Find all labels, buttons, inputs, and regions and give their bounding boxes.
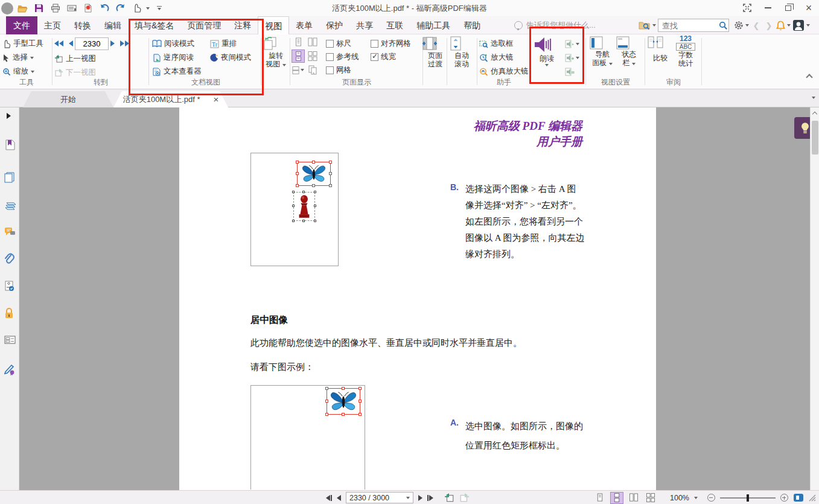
page-transition-button[interactable]: 页面 过渡 — [422, 36, 448, 68]
read-mode-button[interactable]: 阅读模式 — [152, 37, 202, 51]
undo-button[interactable] — [97, 2, 111, 15]
snap-to-grid-checkbox-row[interactable]: 对齐网格 — [371, 37, 411, 50]
account-dropdown-icon[interactable] — [806, 24, 810, 27]
ruler-checkbox[interactable] — [326, 40, 334, 48]
tab-home[interactable]: 主页 — [37, 16, 68, 34]
fields-panel-icon[interactable] — [4, 334, 16, 346]
status-single-page-button[interactable] — [594, 493, 606, 503]
grid-checkbox[interactable] — [326, 66, 334, 74]
tab-accessibility[interactable]: 辅助工具 — [410, 16, 457, 34]
last-page-button[interactable] — [120, 40, 129, 46]
navigation-panels-button[interactable]: 导航 面板 — [589, 36, 616, 67]
continuous-view-button[interactable] — [292, 50, 304, 62]
minimize-button[interactable] — [757, 0, 778, 16]
close-button[interactable]: × — [798, 0, 819, 16]
page-through-view-button[interactable] — [307, 64, 319, 76]
read-from-current-button[interactable] — [565, 51, 579, 65]
split-view-button[interactable] — [292, 64, 304, 76]
hand-tool-dropdown-arrow-icon[interactable] — [146, 7, 150, 10]
email-button[interactable] — [65, 2, 78, 15]
grid-checkbox-row[interactable]: 网格 — [326, 63, 359, 77]
status-first-page-button[interactable] — [326, 495, 332, 501]
open-file-button[interactable] — [16, 2, 30, 15]
page-number-input[interactable] — [75, 37, 109, 50]
zoom-slider-handle[interactable] — [747, 494, 749, 502]
pdf-page[interactable]: 福昕高级 PDF 编辑器 用户手册 — [179, 107, 656, 490]
fit-page-button[interactable] — [793, 493, 804, 502]
line-weights-checkbox[interactable] — [371, 53, 378, 61]
expand-panel-arrow-icon[interactable] — [6, 112, 18, 124]
status-last-page-button[interactable] — [427, 495, 433, 501]
layers-panel-icon[interactable] — [4, 199, 16, 211]
tab-convert[interactable]: 转换 — [68, 16, 98, 34]
read-page-dropdown-icon[interactable] — [576, 43, 579, 45]
customize-quick-access-button[interactable] — [152, 2, 166, 15]
fullscreen-button[interactable] — [737, 0, 757, 16]
hand-tool-quick-button[interactable] — [130, 2, 144, 15]
zoom-tool-button[interactable]: 缩放 — [2, 65, 51, 78]
status-bar-button[interactable]: 状态 栏 — [616, 36, 642, 67]
read-current-page-button[interactable] — [565, 37, 579, 51]
status-page-selector[interactable]: 2330 / 3000 — [346, 492, 413, 503]
ruler-checkbox-row[interactable]: 标尺 — [326, 37, 359, 50]
digital-signatures-panel-icon[interactable] — [4, 280, 16, 292]
reflow-button[interactable]: Tr 重排 — [210, 37, 251, 51]
tab-organize[interactable]: 页面管理 — [180, 16, 228, 34]
back-button[interactable]: ❮ — [751, 21, 762, 30]
zoom-out-button[interactable] — [707, 494, 715, 502]
status-next-view-button[interactable] — [459, 493, 470, 502]
status-previous-page-button[interactable] — [337, 495, 341, 501]
resize-grip[interactable] — [809, 494, 816, 502]
tab-fill-sign[interactable]: 填与&签名 — [128, 16, 180, 34]
tab-protect[interactable]: 保护 — [319, 16, 349, 34]
guides-checkbox[interactable] — [326, 53, 334, 61]
pages-panel-icon[interactable] — [4, 171, 16, 183]
smart-assistant-bulb-button[interactable] — [794, 117, 810, 139]
settings-gear-icon[interactable] — [734, 21, 744, 30]
forward-button[interactable]: ❯ — [763, 21, 774, 30]
vertical-scrollbar[interactable] — [810, 107, 819, 490]
selected-pawn-image[interactable] — [293, 192, 315, 221]
status-facing-button[interactable] — [628, 493, 640, 503]
reverse-view-button[interactable]: 逆序阅读 — [152, 51, 202, 65]
tab-view[interactable]: 视图 — [258, 16, 289, 34]
status-continuous-facing-button[interactable] — [645, 493, 657, 503]
scrollbar-thumb[interactable] — [812, 121, 818, 155]
single-page-view-button[interactable] — [292, 36, 304, 48]
search-icon[interactable] — [719, 21, 727, 30]
status-next-page-button[interactable] — [418, 495, 422, 501]
doc-tab-start[interactable]: 开始 — [23, 91, 113, 107]
tab-file[interactable]: 文件 — [6, 16, 37, 34]
tab-help[interactable]: 帮助 — [457, 16, 487, 34]
loupe-button[interactable]: 仿真放大镜 — [479, 65, 529, 78]
notification-dropdown-icon[interactable] — [787, 24, 791, 27]
status-previous-view-button[interactable] — [444, 493, 454, 502]
text-viewer-button[interactable]: 文本查看器 — [152, 65, 202, 78]
notification-bell-icon[interactable] — [776, 21, 785, 31]
previous-view-button[interactable]: 上一视图 — [54, 52, 147, 66]
status-continuous-button[interactable] — [611, 493, 623, 503]
selected-butterfly-image-2[interactable] — [327, 388, 360, 415]
read-aloud-button[interactable]: 朗读 — [532, 35, 561, 66]
previous-page-button[interactable] — [69, 40, 73, 46]
new-document-button[interactable] — [81, 2, 95, 15]
print-button[interactable] — [48, 2, 62, 15]
zoom-slider[interactable] — [720, 497, 776, 499]
bookmarks-panel-icon[interactable] — [4, 139, 16, 151]
tab-form[interactable]: 表单 — [289, 16, 319, 34]
doc-tab-list-dropdown-icon[interactable] — [812, 97, 815, 99]
account-avatar[interactable] — [792, 19, 805, 31]
search-scope-dropdown-icon[interactable] — [652, 24, 656, 27]
tell-me-box[interactable]: 告诉我您想做什么... — [514, 16, 596, 34]
word-count-button[interactable]: 123 ABC 字数 统计 — [672, 36, 699, 68]
auto-scroll-button[interactable]: 自动 滚动 — [448, 36, 475, 68]
compare-button[interactable]: 比较 — [647, 36, 674, 62]
zoom-percentage[interactable]: 100% — [670, 494, 689, 502]
save-button[interactable] — [32, 2, 46, 15]
selected-butterfly-image-1[interactable] — [297, 162, 331, 186]
facing-view-button[interactable] — [307, 36, 319, 48]
zoom-in-button[interactable] — [780, 494, 788, 502]
security-panel-icon[interactable] — [4, 307, 16, 319]
rotate-view-button[interactable]: 旋转 视图 — [263, 36, 289, 68]
snap-to-grid-checkbox[interactable] — [371, 40, 378, 48]
